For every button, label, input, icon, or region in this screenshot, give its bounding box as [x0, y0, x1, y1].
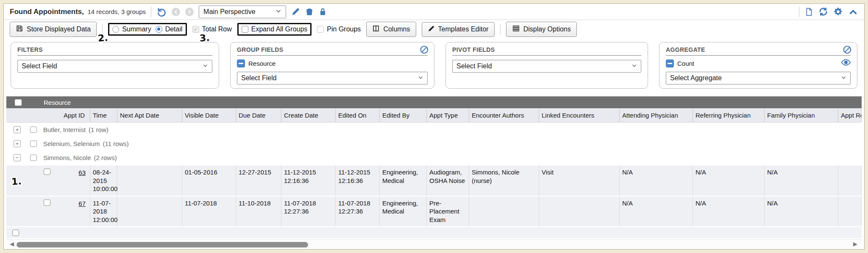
annotation-step-1: 1.: [11, 176, 22, 187]
table-row: 63 08-24-2015 10:00:00 01-05-2016 12-27-…: [6, 166, 862, 196]
column-header-referring-physician[interactable]: Referring Physician: [693, 108, 765, 122]
column-header-visible-date[interactable]: Visible Date: [182, 108, 236, 122]
detail-radio-option[interactable]: Detail: [156, 25, 183, 33]
appt-id-link[interactable]: 63: [50, 169, 86, 177]
perspective-select[interactable]: Main Perspective: [199, 6, 286, 18]
history-forward-icon[interactable]: [185, 8, 194, 16]
eye-icon[interactable]: [841, 59, 851, 66]
column-header-appt-reason[interactable]: Appt Re: [838, 108, 862, 122]
summary-radio[interactable]: [112, 26, 119, 33]
group-row-selenium: + Selenium, Selenium (11 rows): [6, 137, 862, 151]
perspective-select-value: Main Perspective: [203, 8, 256, 16]
cell-create-date: 11-07-2018 12:27:36: [281, 197, 336, 227]
horizontal-scrollbar: ◀ ▶: [6, 239, 862, 249]
scroll-left-icon[interactable]: ◀: [10, 241, 14, 247]
pivot-fields-field-select[interactable]: Select Field: [452, 60, 641, 73]
history-back-icon[interactable]: [172, 8, 180, 16]
toolbar: Store Displayed Data Summary Detail ✓ To…: [4, 20, 864, 39]
column-header-next-apt-date[interactable]: Next Apt Date: [117, 108, 182, 122]
refresh-icon[interactable]: [818, 7, 828, 17]
row-checkbox[interactable]: [44, 169, 50, 175]
appt-id-link[interactable]: 67: [50, 200, 86, 208]
column-header-due-date[interactable]: Due Date: [236, 108, 281, 122]
display-options-button[interactable]: Display Options: [506, 22, 577, 37]
collapse-group-icon[interactable]: −: [14, 154, 21, 161]
filters-panel: FILTERS Select Field: [11, 42, 219, 89]
annotation-step-2: 2.: [97, 32, 108, 44]
column-header-time[interactable]: Time: [90, 108, 117, 122]
aggregate-item-label: Count: [677, 60, 694, 67]
group-checkbox[interactable]: [30, 155, 37, 161]
cell-next-apt-date: [117, 197, 182, 227]
cell-appt-reason: [838, 197, 862, 227]
table-row: 67 11-07-2018 12:00:00 11-07-2018 11-10-…: [6, 197, 862, 227]
column-header-appt-type[interactable]: Appt Type: [427, 108, 469, 122]
undo-icon[interactable]: [156, 7, 167, 17]
select-all-checkbox[interactable]: [15, 99, 22, 106]
expand-group-icon[interactable]: +: [14, 126, 21, 133]
aggregate-count-item: Count: [666, 59, 851, 67]
cell-due-date: 12-27-2015: [236, 166, 281, 196]
column-header-family-physician[interactable]: Family Physician: [765, 108, 838, 122]
filters-title: FILTERS: [17, 46, 212, 56]
row-checkbox[interactable]: [44, 200, 50, 206]
delete-perspective-icon[interactable]: [305, 7, 314, 16]
column-header-attending-physician[interactable]: Attending Physician: [620, 108, 693, 122]
column-header-create-date[interactable]: Create Date: [281, 108, 336, 122]
cell-linked-encounters: [539, 197, 620, 227]
columns-icon: [372, 25, 380, 34]
summary-radio-option[interactable]: Summary: [112, 25, 151, 33]
cell-appt-type: Audiogram, OSHA Noise: [427, 166, 469, 196]
pin-groups-checkbox[interactable]: [317, 26, 324, 33]
filters-field-select[interactable]: Select Field: [17, 60, 212, 73]
clear-group-fields-icon[interactable]: [420, 45, 429, 54]
footer-checkbox[interactable]: [12, 230, 19, 236]
group-row-simmons: − Simmons, Nicole (2 rows): [6, 151, 862, 165]
lock-icon[interactable]: [319, 7, 327, 16]
total-row-checkbox-option[interactable]: ✓ Total Row: [192, 25, 232, 33]
table-grid-icon: [512, 25, 520, 34]
remove-resource-group-icon[interactable]: [237, 59, 245, 67]
store-displayed-data-button[interactable]: Store Displayed Data: [10, 22, 97, 37]
columns-button[interactable]: Columns: [366, 22, 416, 37]
column-header-appt-id[interactable]: Appt ID: [6, 108, 90, 122]
expand-all-groups-checkbox[interactable]: [242, 26, 248, 33]
column-header-encounter-authors[interactable]: Encounter Authors: [469, 108, 539, 122]
chevron-down-icon: [841, 74, 846, 82]
remove-count-aggregate-icon[interactable]: [666, 59, 674, 67]
expand-all-groups-option[interactable]: Expand All Groups: [242, 25, 308, 33]
expand-group-icon[interactable]: +: [14, 140, 21, 147]
chevron-down-icon: [275, 8, 281, 16]
footer-row: [6, 227, 862, 238]
cell-family-physician: N/A: [765, 166, 838, 196]
cell-time: 08-24-2015 10:00:00: [90, 166, 117, 196]
pin-groups-option[interactable]: Pin Groups: [317, 25, 361, 33]
cell-appt-reason: [838, 166, 862, 196]
column-header-edited-by[interactable]: Edited By: [380, 108, 427, 122]
scrollbar-thumb[interactable]: [17, 242, 308, 247]
appointments-grid: Resource Appt ID Time Next Apt Date Visi…: [6, 96, 862, 249]
cell-due-date: 11-10-2018: [236, 197, 281, 227]
group-checkbox[interactable]: [30, 141, 37, 147]
clear-aggregate-icon[interactable]: [843, 45, 852, 54]
window-title: Found Appointments,: [10, 8, 84, 16]
group-fields-field-select[interactable]: Select Field: [237, 72, 428, 84]
scroll-right-icon[interactable]: ▶: [853, 241, 857, 247]
cell-create-date: 11-12-2015 12:16:36: [281, 166, 336, 196]
annotation-step-3: 3.: [199, 32, 210, 44]
gear-icon[interactable]: [833, 7, 843, 17]
column-header-edited-on[interactable]: Edited On: [336, 108, 380, 122]
collapse-panel-icon[interactable]: [848, 7, 858, 17]
new-document-icon[interactable]: [804, 7, 813, 17]
aggregate-select[interactable]: Select Aggregate: [666, 72, 851, 84]
group-checkbox[interactable]: [30, 127, 37, 133]
column-header-linked-encounters[interactable]: Linked Encounters: [539, 108, 620, 122]
column-header-row: Appt ID Time Next Apt Date Visible Date …: [6, 108, 862, 123]
templates-editor-button[interactable]: Templates Editor: [422, 22, 495, 37]
detail-radio[interactable]: [156, 26, 162, 33]
total-row-checkbox[interactable]: ✓: [192, 26, 199, 33]
group-fields-panel: GROUP FIELDS Resource Select Field: [230, 42, 434, 89]
cell-edited-on: 11-12-2015 12:16:36: [336, 166, 380, 196]
edit-perspective-icon[interactable]: [291, 7, 300, 16]
cell-edited-by: Engineering, Medical: [380, 197, 427, 227]
